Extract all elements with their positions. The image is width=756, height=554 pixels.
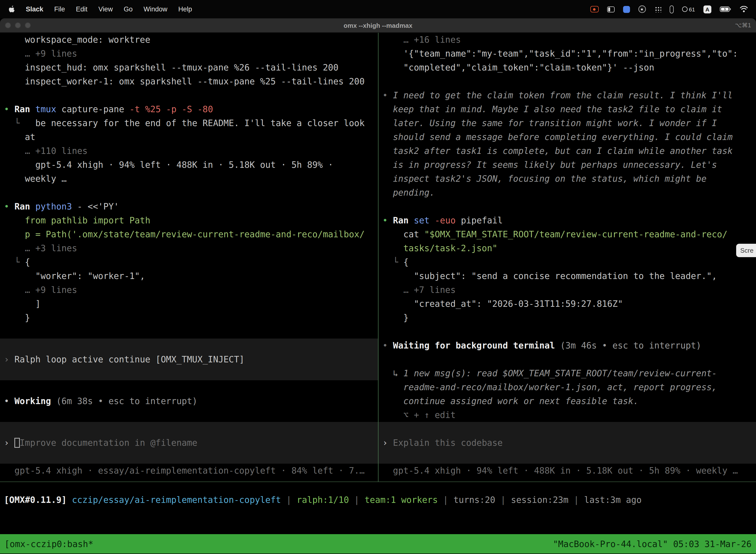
menu-bar-status-items: 61 A [590,5,748,13]
text-segment: team:1 workers [365,495,438,505]
text-segment: -t %25 -p -S -80 [129,104,213,114]
text-segment: Ran [14,104,30,114]
terminal-line: is in progress? It seems likely but perh… [378,158,756,172]
text-segment: … +110 lines [4,146,87,156]
text-segment: "completed","claim_token":"claim-token"}… [382,63,654,72]
menu-edit[interactable]: Edit [76,5,87,13]
wifi-icon[interactable] [740,6,748,12]
battery-glyph [720,6,731,12]
text-segment: continue assigned work or next feasible … [382,396,639,406]
terminal-line [0,422,378,436]
dots-grid-icon[interactable] [654,6,661,12]
pane-left[interactable]: workspace_mode: worktree … +9 lines insp… [0,33,378,478]
terminal-line: } [378,311,756,325]
text-segment: } [382,313,408,323]
text-segment: p = Path('.omx/state/team/review-current… [4,229,365,239]
terminal-line: • Ran python3 - <<'PY' [0,200,378,214]
terminal-line: • Working (6m 38s • esc to interrupt) [0,394,378,408]
text-segment: "created_at": "2026-03-31T11:59:27.816Z" [382,299,623,309]
assistant-swirl-icon[interactable] [638,5,646,13]
close-button[interactable] [5,22,11,28]
text-segment: I need to get the claim token from the c… [393,90,733,100]
text-segment: … +7 lines [382,285,456,295]
screen-recording-indicator-icon[interactable] [590,6,599,12]
terminal-line: … +16 lines [378,33,756,47]
terminal-line: '{"team_name":"my-team","task_id":"1","f… [378,47,756,61]
text-segment: cczip/essay/ai-reimplementation-copyleft [72,495,281,505]
input-source-icon[interactable]: A [703,5,711,13]
text-segment: (3m 46s • esc to interrupt) [555,340,701,350]
clipped-screen-tooltip: Scre [737,244,756,257]
text-segment: at [4,132,35,142]
text-segment: pending. [382,188,435,198]
menu-view[interactable]: View [99,5,113,13]
pane-right[interactable]: … +16 lines '{"team_name":"my-team","tas… [378,33,756,478]
text-segment: | [438,495,453,505]
menu-file[interactable]: File [54,5,65,13]
menu-window[interactable]: Window [144,5,168,13]
terminal-line: ⌥ + ↑ edit [378,408,756,422]
terminal-line: pending. [378,186,756,200]
text-segment: "subject": "send a concise recommendatio… [382,271,717,281]
terminal-line: ↳ 1 new msg(s): read $OMX_TEAM_STATE_ROO… [378,366,756,380]
gauge-circle [682,6,688,12]
text-segment: … +9 lines [4,49,77,59]
terminal-line [0,380,378,394]
text-segment: [OMX#0.11.9] [4,495,67,505]
text-segment: Improve documentation in @filename [19,438,197,448]
text-segment: › [4,354,14,365]
text-segment: Ralph loop active continue [OMX_TMUX_INJ… [14,354,244,365]
omx-status-line: [OMX#0.11.9] cczip/essay/ai-reimplementa… [0,493,756,507]
text-segment: (6m 38s • esc to interrupt) [51,396,197,406]
terminal-line: gpt-5.4 xhigh · essay/ai-reimplementatio… [0,464,378,478]
pane-bottom-border [0,482,756,482]
text-segment: '{"team_name":"my-team","task_id":"1","f… [382,49,738,59]
text-segment: • [4,104,14,114]
terminal-line: › Explain this codebase [378,436,756,450]
terminal-line [0,366,378,380]
terminal-content: workspace_mode: worktree … +9 lines insp… [0,33,756,554]
terminal-line: } [0,311,378,325]
pill-icon[interactable] [670,5,674,13]
text-segment: Ran [14,202,30,212]
terminal-line: inspect task2's JSON, focusing on the st… [378,172,756,186]
terminal-line: • Ran tmux capture-pane -t %25 -p -S -80 [0,102,378,116]
text-segment: inspect task2's JSON, focusing on the st… [382,174,706,184]
terminal-line: later. Using the same for transition mig… [378,116,756,130]
terminal-window: omx --xhigh --madmax ⌥⌘1 workspace_mode:… [0,18,756,554]
terminal-line [0,88,378,102]
terminal-line: workspace_mode: worktree [0,33,378,47]
zoom-button[interactable] [25,22,31,28]
raycast-icon[interactable] [623,6,630,13]
terminal-line: › Ralph loop active continue [OMX_TMUX_I… [0,352,378,366]
terminal-line: … +9 lines [0,283,378,297]
menu-go[interactable]: Go [124,5,133,13]
apple-logo [8,5,15,13]
menu-app-name[interactable]: Slack [26,5,44,13]
text-segment: - <<'PY' [72,202,119,212]
menu-bar: Slack File Edit View Go Window Help 61 A [0,0,756,18]
title-bar[interactable]: omx --xhigh --madmax ⌥⌘1 [0,18,756,33]
gauge-icon[interactable]: 61 [682,6,695,12]
terminal-line [0,186,378,200]
menu-help[interactable]: Help [178,5,192,13]
tmux-host-time-label: "MacBook-Pro-44.local" 05:03 31-Mar-26 [553,539,752,549]
text-segment: Explain this codebase [393,438,503,448]
text-segment: task2 after task1 is complete, but can I… [382,146,733,156]
terminal-line: inspect_worker-1: omx sparkshell --tmux-… [0,74,378,88]
terminal-line: gpt-5.4 xhigh · 94% left · 488K in · 5.1… [378,464,756,478]
terminal-line [378,422,756,436]
tmux-status-bar: [omx-cczip0:bash* "MacBook-Pro-44.local"… [0,534,756,554]
battery-icon[interactable] [720,6,731,12]
text-segment: | [349,495,365,505]
minimize-button[interactable] [15,22,21,28]
apple-menu-icon[interactable] [8,5,15,13]
terminal-line: keep that in mind. Maybe I also need the… [378,102,756,116]
text-segment: … +9 lines [4,285,77,295]
window-tiles-icon[interactable] [607,6,615,12]
text-segment [30,104,35,114]
text-segment: • [4,202,14,212]
text-segment: ] [4,299,41,309]
text-segment: "worker": "worker-1", [4,271,145,281]
terminal-line: … +7 lines [378,283,756,297]
